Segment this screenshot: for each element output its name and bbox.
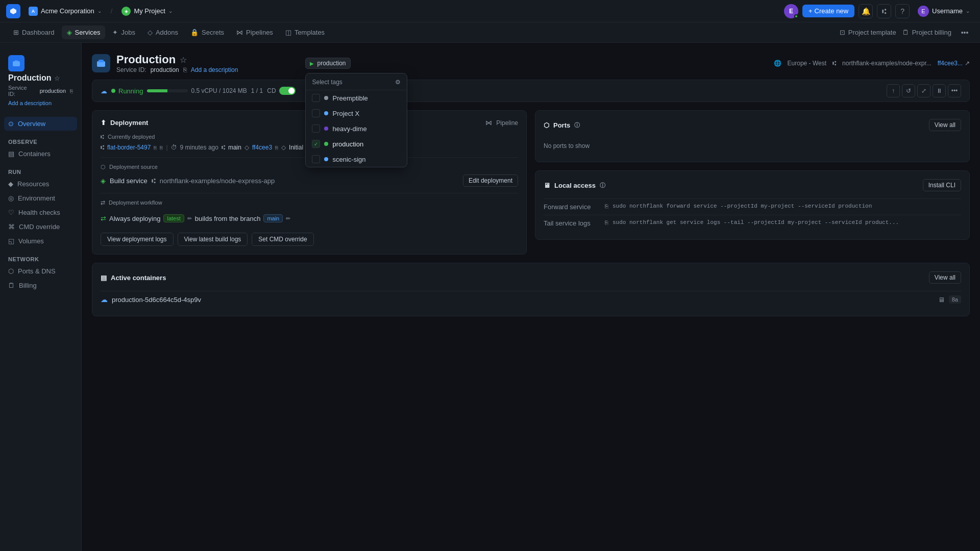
create-new-button[interactable]: + Create new <box>802 5 854 17</box>
active-containers-section: ▤ Active containers View all ☁ productio… <box>92 263 970 316</box>
ports-view-all-button[interactable]: View all <box>929 119 961 131</box>
tag-checkbox-preemptible <box>312 94 320 102</box>
tag-breadcrumb-area: ▶ production Select tags ⚙ Preemptible <box>305 58 350 69</box>
tag-dropdown-trigger[interactable]: ▶ production <box>305 58 350 69</box>
more-options-button[interactable]: ••• <box>958 26 972 40</box>
org-switcher[interactable]: A Acme Corporation ⌄ <box>24 5 106 18</box>
sidebar-item-ports-dns[interactable]: ⬡ Ports & DNS <box>4 264 77 278</box>
edit-branch-icon[interactable]: ✏ <box>286 215 290 222</box>
billing-icon: 🗒 <box>8 282 15 289</box>
deployment-action-buttons: View deployment logs View latest build l… <box>101 233 518 246</box>
nav-secrets[interactable]: 🔒 Secrets <box>185 26 229 39</box>
nav-jobs[interactable]: ✦ Jobs <box>107 26 140 39</box>
run-section-label: RUN <box>4 165 77 177</box>
forward-cmd: sudo northflank forward service --projec… <box>612 203 961 209</box>
username-label: Username <box>932 7 963 15</box>
commit-id-link[interactable]: flat-border-5497 <box>107 144 151 151</box>
monitor-icon[interactable]: 🖥 <box>938 296 945 304</box>
containers-view-all-button[interactable]: View all <box>929 271 961 284</box>
org-name: Acme Corporation <box>41 7 94 15</box>
nav-dashboard[interactable]: ⊞ Dashboard <box>8 26 60 39</box>
pause-icon-btn[interactable]: ⏸ <box>933 84 946 97</box>
tail-copy-icon[interactable]: ⎘ <box>605 219 608 226</box>
help-button[interactable]: ? <box>895 4 910 18</box>
region-label: Europe - West <box>788 60 826 67</box>
view-deployment-logs-button[interactable]: View deployment logs <box>101 233 174 246</box>
tag-checkbox-production: ✓ <box>312 140 320 148</box>
toggle-knob <box>288 88 295 94</box>
tag-item-scenic-sign[interactable]: scenic-sign <box>306 152 407 167</box>
ports-card-header: ⬡ Ports ⓘ View all <box>544 119 961 131</box>
git2-icon: ◇ <box>281 144 286 151</box>
containers-header: ▤ Active containers View all <box>101 271 961 284</box>
project-template-link[interactable]: ⊡ Project template <box>840 29 896 36</box>
copy-service-id-icon[interactable]: ⎘ <box>183 66 187 73</box>
copy2-icon[interactable]: ⎘ <box>160 145 163 151</box>
copy-id-icon[interactable]: ⎘ <box>70 88 73 94</box>
copy3-icon[interactable]: ⎘ <box>275 145 278 151</box>
sidebar-item-overview[interactable]: ⊙ Overview <box>4 117 77 131</box>
install-cli-button[interactable]: Install CLI <box>923 179 961 191</box>
notifications-button[interactable]: 🔔 <box>859 4 873 18</box>
page-title: Production <box>116 53 176 66</box>
container-name-0: ☁ production-5d6c664c5d-4sp9v <box>101 295 201 304</box>
nav-services[interactable]: ◈ Services <box>62 26 106 39</box>
add-description-link[interactable]: Add a description <box>8 99 73 107</box>
tag-item-heavy-dime[interactable]: heavy-dime <box>306 121 407 136</box>
workflow-text-2: builds from the branch <box>195 215 261 222</box>
ports-help-icon[interactable]: ⓘ <box>574 121 580 129</box>
favorite-star-icon[interactable]: ☆ <box>180 55 187 65</box>
hash-area: ff4cee3... ↗ <box>938 60 970 67</box>
nav-addons[interactable]: ◇ Addons <box>142 26 183 39</box>
git-button[interactable]: ⑆ <box>877 4 891 18</box>
tag-checkbox-heavy-dime <box>312 124 320 133</box>
user-menu-button[interactable]: E Username ⌄ <box>914 4 974 19</box>
tag-item-preemptible[interactable]: Preemptible <box>306 90 407 106</box>
service-top-area: Production ☆ Service ID: production ⎘ Ad… <box>92 53 970 73</box>
service-id-row: Service ID: production ⎘ <box>8 85 73 97</box>
sidebar-item-billing[interactable]: 🗒 Billing <box>4 279 77 292</box>
copy-commit-icon[interactable]: ⎘ <box>154 145 157 151</box>
forward-copy-icon[interactable]: ⎘ <box>605 203 608 209</box>
project-billing-link[interactable]: 🗒 Project billing <box>902 29 951 36</box>
templates-icon: ◫ <box>285 29 291 36</box>
set-cmd-override-button[interactable]: Set CMD override <box>252 233 313 246</box>
nav-pipelines[interactable]: ⋈ Pipelines <box>231 26 278 39</box>
sidebar-item-cmd-override[interactable]: ⌘ CMD override <box>4 220 77 234</box>
star-icon[interactable]: ☆ <box>54 74 60 82</box>
pipeline-link[interactable]: ⋈ Pipeline <box>485 119 518 127</box>
containers-title: ▤ Active containers <box>101 274 166 282</box>
edit-workflow-icon[interactable]: ✏ <box>187 215 192 222</box>
service-id-value: production <box>40 88 66 94</box>
tag-item-production[interactable]: ✓ production <box>306 136 407 152</box>
scale-icon-btn[interactable]: ⤢ <box>917 84 930 97</box>
sidebar-item-resources[interactable]: ◆ Resources <box>4 177 77 191</box>
refresh-icon-btn[interactable]: ↺ <box>902 84 915 97</box>
upload-icon-btn[interactable]: ↑ <box>887 84 900 97</box>
cd-toggle[interactable] <box>279 87 296 95</box>
nav-templates[interactable]: ◫ Templates <box>280 26 330 39</box>
time-ago: 9 minutes ago <box>180 144 218 151</box>
view-build-logs-button[interactable]: View latest build logs <box>178 233 248 246</box>
add-desc-link[interactable]: Add a description <box>191 66 238 73</box>
local-access-card: 🖥 Local access ⓘ Install CLI Forward ser… <box>535 170 970 240</box>
sidebar-item-environment[interactable]: ◎ Environment <box>4 191 77 205</box>
tag-settings-icon[interactable]: ⚙ <box>395 79 401 86</box>
cards-row: ⬆ Deployment ⋈ Pipeline ⑆ Currently depl… <box>92 110 970 255</box>
sidebar-item-volumes[interactable]: ◱ Volumes <box>4 234 77 248</box>
hash-link[interactable]: ff4cee3 <box>252 144 272 151</box>
build-service-label: Build service <box>110 177 148 185</box>
edit-deployment-button[interactable]: Edit deployment <box>463 174 518 187</box>
tag-dropdown-menu: Select tags ⚙ Preemptible Project X <box>305 73 407 167</box>
external-link-icon[interactable]: ↗ <box>965 60 970 67</box>
more-icon-btn[interactable]: ••• <box>948 84 961 97</box>
instance-action-buttons: ↑ ↺ ⤢ ⏸ ••• <box>887 84 961 97</box>
sidebar-item-containers[interactable]: ▤ Containers <box>4 147 77 161</box>
key-icon: ⑆ <box>101 144 104 151</box>
project-switcher[interactable]: ◈ My Project ⌄ <box>117 5 176 18</box>
tag-checkbox-scenic-sign <box>312 155 320 163</box>
tail-cmd-area: ⎘ sudo northflank get service logs --tai… <box>605 219 961 226</box>
local-access-help-icon[interactable]: ⓘ <box>600 182 605 189</box>
tag-item-project-x[interactable]: Project X <box>306 106 407 121</box>
sidebar-item-health-checks[interactable]: ♡ Health checks <box>4 206 77 219</box>
